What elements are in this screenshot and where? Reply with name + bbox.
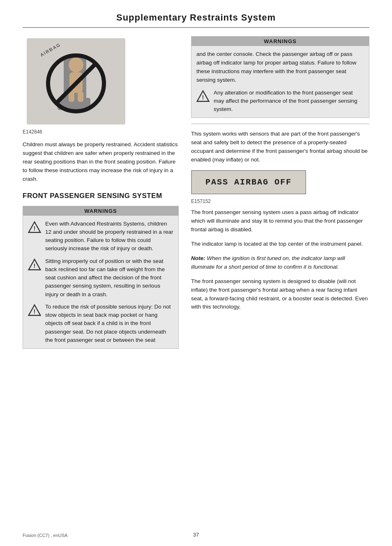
page-number: 37 (0, 532, 392, 538)
warning-text-3: To reduce the risk of possible serious i… (45, 303, 173, 344)
svg-text:!: ! (202, 94, 204, 101)
title-divider (23, 27, 369, 28)
warnings-box-left: WARNINGS ! Even with Advanced Restraints… (23, 206, 179, 349)
image-ref-right: E157152 (191, 198, 369, 204)
airbag-image: AIRBAG (27, 38, 125, 124)
page-title: Supplementary Restraints System (23, 12, 369, 23)
left-column: AIRBAG (23, 36, 179, 355)
airbag-image-container: AIRBAG (23, 36, 129, 127)
warning-text-right-1: and the center console. Check the passen… (196, 50, 364, 85)
warning-item-2: ! Sitting improperly out of position or … (28, 257, 173, 299)
svg-rect-4 (69, 92, 74, 102)
warning-item-1: ! Even with Advanced Restraints Systems,… (28, 220, 173, 253)
warning-item-3: ! To reduce the risk of possible serious… (28, 303, 173, 344)
svg-rect-5 (78, 92, 83, 102)
body-text-right-3: The indicator lamp is located at the top… (191, 240, 369, 249)
note-text-content: When the ignition is first tuned on, the… (191, 255, 345, 270)
main-content: AIRBAG (23, 36, 369, 355)
section-heading-fpss: FRONT PASSENGER SENSING SYSTEM (23, 192, 179, 200)
body-text-right-2: The front passenger sensing system uses … (191, 208, 369, 234)
note-label: Note: (191, 255, 205, 261)
svg-point-2 (69, 58, 83, 72)
warning-icon-1: ! (28, 221, 41, 234)
right-column: WARNINGS and the center console. Check t… (191, 36, 369, 355)
warnings-title-right: WARNINGS (191, 37, 369, 46)
warning-text-1: Even with Advanced Restraints Systems, c… (45, 220, 173, 253)
svg-text:!: ! (34, 225, 36, 232)
warning-text-2: Sitting improperly out of position or wi… (45, 257, 173, 299)
note-paragraph: Note: When the ignition is first tuned o… (191, 254, 369, 272)
warning-text-right-item: Any alteration or modification to the fr… (214, 89, 364, 114)
warning-icon-right-1: ! (196, 90, 210, 103)
warnings-title-left: WARNINGS (23, 206, 178, 216)
image-caption-left: E142846 (23, 129, 179, 135)
warnings-content-left: ! Even with Advanced Restraints Systems,… (23, 216, 178, 349)
svg-text:!: ! (34, 308, 36, 315)
warnings-content-right: and the center console. Check the passen… (191, 46, 369, 117)
divider-right (191, 124, 369, 124)
warning-icon-3: ! (28, 304, 41, 317)
body-text-right-4: The front passenger sensing system is de… (191, 277, 369, 312)
warning-icon-2: ! (28, 258, 41, 271)
body-text-right-1: This system works with sensors that are … (191, 130, 369, 164)
pass-airbag-display: PASS AIRBAG OFF (191, 170, 306, 194)
warning-item-right-1: ! Any alteration or modification to the … (196, 89, 364, 114)
children-body-text: Children must always be properly restrai… (23, 141, 179, 184)
warnings-box-right: WARNINGS and the center console. Check t… (191, 36, 369, 118)
svg-text:!: ! (34, 263, 36, 269)
